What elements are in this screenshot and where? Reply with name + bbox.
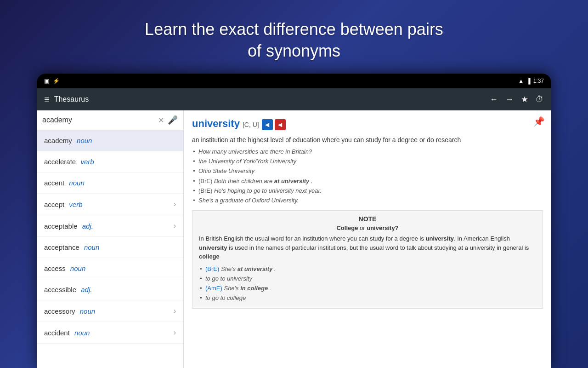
content-area: ✕ 🎤 academy noun accelerate verb — [37, 110, 551, 368]
note-title: NOTE — [199, 215, 536, 223]
note-subtitle: College or university? — [199, 224, 536, 231]
definition-word: university — [192, 118, 240, 130]
history-icon[interactable]: ⏱ — [536, 95, 544, 104]
word-pos: adj. — [79, 286, 92, 293]
example-item: Ohio State University — [192, 167, 543, 175]
app-bar-left: ≡ Thesaurus — [44, 94, 89, 105]
note-example-item: (AmE) She's in college . — [199, 284, 536, 293]
note-examples: (BrE) She's at university . to go to uni… — [199, 265, 536, 303]
back-icon[interactable]: ← — [490, 95, 498, 104]
forward-icon[interactable]: → — [505, 95, 514, 104]
chevron-right-icon: › — [174, 222, 176, 230]
word-text: accept verb — [44, 201, 83, 208]
word-text: acceptance noun — [44, 243, 99, 251]
example-item: the University of York/York University — [192, 157, 543, 166]
word-pos: noun — [68, 264, 86, 272]
status-bar: ▣ ⚡ ▲ ▐ 1:37 — [37, 74, 551, 88]
audio-blue-button[interactable]: ◀ — [262, 119, 273, 130]
list-item[interactable]: accept verb › — [37, 194, 183, 215]
word-text: accent noun — [44, 179, 85, 187]
battery-icon: ▐ — [526, 78, 531, 84]
word-list: academy noun accelerate verb accent noun — [37, 130, 183, 368]
headline-text: Learn the exact difference between pairs… — [145, 19, 443, 62]
headline-area: Learn the exact difference between pairs… — [0, 0, 588, 80]
list-item[interactable]: access noun — [37, 258, 183, 279]
search-clear-icon[interactable]: ✕ — [158, 116, 164, 125]
signal-status-icon: ⚡ — [53, 78, 60, 84]
menu-icon[interactable]: ≡ — [44, 94, 50, 105]
example-item: (BrE) Both their children are at univers… — [192, 177, 543, 185]
list-item[interactable]: accelerate verb — [37, 151, 183, 172]
search-input[interactable] — [42, 116, 154, 124]
wifi-icon: ▲ — [518, 78, 524, 84]
list-item[interactable]: accent noun — [37, 172, 183, 194]
word-text: access noun — [44, 264, 85, 272]
word-pos: noun — [67, 179, 85, 187]
app-bar-right: ← → ★ ⏱ — [490, 94, 544, 104]
status-bar-right: ▲ ▐ 1:37 — [518, 78, 544, 84]
word-text: accessory noun — [44, 307, 95, 315]
right-panel: 📌 university [C, U] ◀ ◀ an institution a… — [184, 110, 551, 368]
word-pos: noun — [82, 243, 100, 251]
chevron-right-icon: › — [174, 328, 176, 337]
word-text: accident noun — [44, 329, 90, 337]
definition-text: an institution at the highest level of e… — [192, 135, 543, 145]
word-header: university [C, U] ◀ ◀ — [192, 118, 543, 132]
list-item[interactable]: accessory noun › — [37, 300, 183, 322]
play-icon-blue: ◀ — [265, 121, 269, 128]
word-pos: adj. — [80, 222, 93, 230]
example-item: (BrE) He's hoping to go to university ne… — [192, 187, 543, 195]
app-bar: ≡ Thesaurus ← → ★ ⏱ — [37, 88, 551, 110]
left-panel: ✕ 🎤 academy noun accelerate verb — [37, 110, 184, 368]
time-display: 1:37 — [533, 78, 544, 84]
example-item: She's a graduate of Oxford University. — [192, 196, 543, 205]
word-code: [C, U] — [243, 121, 259, 128]
star-icon[interactable]: ★ — [521, 94, 528, 104]
note-body: In British English the usual word for an… — [199, 234, 536, 261]
search-bar: ✕ 🎤 — [37, 110, 183, 130]
word-text: accessible adj. — [44, 286, 92, 293]
audio-red-button[interactable]: ◀ — [275, 119, 286, 130]
chevron-right-icon: › — [174, 307, 176, 315]
word-pos: verb — [67, 201, 82, 208]
tablet-device: ▣ ⚡ ▲ ▐ 1:37 ≡ Thesaurus ← → ★ ⏱ ✕ 🎤 — [37, 74, 551, 368]
list-item[interactable]: accessible adj. — [37, 279, 183, 300]
note-example-item: to go to college — [199, 294, 536, 302]
word-text: academy noun — [44, 137, 92, 144]
word-pos: noun — [75, 137, 92, 144]
note-box: NOTE College or university? In British E… — [192, 210, 543, 309]
example-item: How many universities are there in Brita… — [192, 148, 543, 156]
search-mic-icon[interactable]: 🎤 — [168, 115, 178, 125]
pin-icon[interactable]: 📌 — [533, 116, 545, 127]
word-pos: verb — [79, 158, 94, 166]
list-item[interactable]: acceptance noun — [37, 237, 183, 258]
word-text: acceptable adj. — [44, 222, 93, 230]
status-bar-left: ▣ ⚡ — [44, 78, 60, 84]
note-example-item: to go to university — [199, 275, 536, 283]
list-item[interactable]: accident noun › — [37, 322, 183, 344]
chevron-right-icon: › — [174, 200, 176, 208]
play-icon-red: ◀ — [278, 121, 282, 128]
word-text: accelerate verb — [44, 158, 94, 166]
app-title: Thesaurus — [54, 95, 89, 104]
word-pos: noun — [73, 329, 90, 337]
word-pos: noun — [78, 307, 96, 315]
tablet-status-icon: ▣ — [44, 78, 49, 84]
list-item[interactable]: acceptable adj. › — [37, 215, 183, 237]
list-item[interactable]: academy noun — [37, 130, 183, 151]
note-example-item: (BrE) She's at university . — [199, 265, 536, 273]
